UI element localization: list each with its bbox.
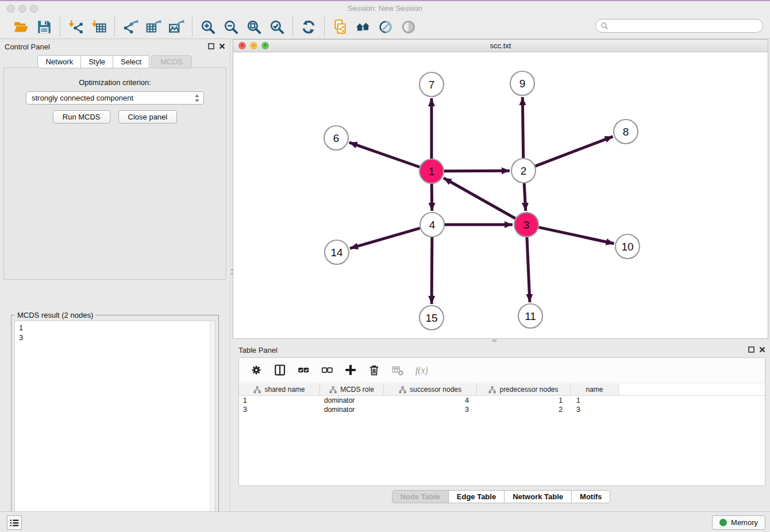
graph-edge-2-3[interactable] <box>524 183 526 211</box>
graph-edge-3-11[interactable] <box>527 237 530 302</box>
table-row[interactable]: 3dominator323 <box>239 405 765 414</box>
cell-predecessor-nodes[interactable]: 1 <box>477 396 571 405</box>
zoom-fit-icon[interactable] <box>245 18 263 36</box>
svg-text:3: 3 <box>523 219 530 231</box>
mcds-result-values: 1 3 <box>19 323 23 342</box>
graph-node-10[interactable]: 10 <box>615 234 640 259</box>
graph-edge-1-2[interactable] <box>444 171 510 171</box>
graph-node-11[interactable]: 11 <box>518 304 542 328</box>
graph-edge-4-15[interactable] <box>432 237 432 304</box>
graph-node-3[interactable]: 3 <box>514 213 538 237</box>
copy-network-icon[interactable] <box>332 18 349 36</box>
float-table-panel-icon[interactable] <box>748 346 754 353</box>
import-network-icon[interactable] <box>67 18 84 36</box>
cell-MCDS-role[interactable]: dominator <box>320 405 384 414</box>
svg-text:6: 6 <box>333 132 340 144</box>
tab-select[interactable]: Select <box>113 55 149 68</box>
zoom-in-icon[interactable] <box>199 18 217 36</box>
columns-icon[interactable] <box>273 363 288 378</box>
task-history-button[interactable] <box>7 515 22 530</box>
memory-label: Memory <box>731 518 758 527</box>
mcds-result-title: MCDS result (2 nodes) <box>15 311 95 319</box>
cell-predecessor-nodes[interactable]: 2 <box>477 405 571 414</box>
svg-text:15: 15 <box>425 312 437 324</box>
close-panel-icon[interactable] <box>219 43 225 49</box>
tab-network-table[interactable]: Network Table <box>504 490 572 503</box>
graph-node-6[interactable]: 6 <box>324 126 348 150</box>
search-input[interactable] <box>609 20 763 32</box>
cell-MCDS-role[interactable]: dominator <box>320 396 384 405</box>
save-icon[interactable] <box>36 18 53 36</box>
export-network-icon[interactable] <box>122 18 139 36</box>
run-mcds-button[interactable]: Run MCDS <box>53 110 110 124</box>
zoom-out-icon[interactable] <box>222 18 240 36</box>
status-bar: Memory <box>0 511 770 532</box>
float-panel-icon[interactable] <box>208 43 214 49</box>
hide-style-icon[interactable] <box>378 18 395 36</box>
refresh-icon[interactable] <box>300 18 317 36</box>
table-row[interactable]: 1dominator411 <box>239 396 765 405</box>
tree-icon <box>253 386 261 394</box>
eye-icon <box>401 18 418 36</box>
graph-edge-4-14[interactable] <box>350 228 420 248</box>
column-header-shared-name[interactable]: shared name <box>239 384 320 395</box>
result-scrollbar[interactable] <box>210 321 215 527</box>
zoom-selected-icon[interactable] <box>268 18 286 36</box>
graph-edge-3-10[interactable] <box>539 228 614 244</box>
graph-edge-1-6[interactable] <box>349 142 420 167</box>
memory-button[interactable]: Memory <box>712 515 765 530</box>
svg-text:1: 1 <box>429 165 435 178</box>
tab-edge-table[interactable]: Edge Table <box>448 490 505 503</box>
tab-node-table[interactable]: Node Table <box>392 490 449 503</box>
control-panel-tabs: Network Style Select MCDS <box>0 55 230 68</box>
graph-node-9[interactable]: 9 <box>510 71 534 95</box>
add-icon[interactable] <box>344 363 359 378</box>
cell-successor-nodes[interactable]: 3 <box>384 405 477 414</box>
column-header-MCDS-role[interactable]: MCDS role <box>320 384 384 395</box>
tab-mcds[interactable]: MCDS <box>151 55 191 68</box>
graph-edge-1-4[interactable] <box>432 184 432 211</box>
tree-icon <box>488 386 496 394</box>
graph-node-15[interactable]: 15 <box>419 306 444 330</box>
tab-motifs[interactable]: Motifs <box>571 490 610 503</box>
close-table-panel-icon[interactable] <box>759 346 765 353</box>
tab-network[interactable]: Network <box>37 55 81 68</box>
gear-icon[interactable] <box>249 363 264 378</box>
graph-node-14[interactable]: 14 <box>325 240 349 264</box>
graph-node-4[interactable]: 4 <box>420 213 444 237</box>
home-icon[interactable] <box>355 18 372 36</box>
import-table-icon[interactable] <box>90 18 107 36</box>
network-canvas[interactable]: 1234678910111415 <box>233 52 768 338</box>
network-view-title: scc.txt <box>233 40 768 52</box>
graph-node-2[interactable]: 2 <box>511 159 536 183</box>
open-icon[interactable] <box>13 18 30 36</box>
graph-node-1[interactable]: 1 <box>419 159 444 183</box>
export-table-icon[interactable] <box>145 18 162 36</box>
search-box[interactable] <box>595 19 763 33</box>
select-all-icon[interactable] <box>297 363 311 378</box>
graph-edge-2-9[interactable] <box>522 97 523 158</box>
tab-style[interactable]: Style <box>80 55 113 68</box>
graph-node-7[interactable]: 7 <box>419 72 444 97</box>
cell-name[interactable]: 3 <box>571 405 619 414</box>
network-view-window: × − + scc.txt 1234678910111415 <box>233 39 768 339</box>
trash-icon[interactable] <box>367 363 382 378</box>
graph-edge-2-8[interactable] <box>536 137 613 167</box>
cell-name[interactable]: 1 <box>571 396 619 405</box>
network-view-titlebar: × − + scc.txt <box>233 40 768 52</box>
export-image-icon[interactable] <box>168 18 185 36</box>
mcds-result-textarea[interactable]: 1 3 <box>14 321 215 528</box>
graph-edge-3-1[interactable] <box>444 178 515 218</box>
criterion-select[interactable]: strongly connected component <box>26 91 204 105</box>
svg-text:4: 4 <box>429 219 436 231</box>
table-panel: Table Panel f(x) shared nameMCDS rolesuc… <box>233 342 770 511</box>
column-header-successor-nodes[interactable]: successor nodes <box>384 384 477 395</box>
unselect-all-icon[interactable] <box>320 363 335 378</box>
cell-shared-name[interactable]: 3 <box>239 405 320 414</box>
column-header-predecessor-nodes[interactable]: predecessor nodes <box>477 384 571 395</box>
cell-shared-name[interactable]: 1 <box>239 396 320 405</box>
close-panel-button[interactable]: Close panel <box>118 110 178 124</box>
cell-successor-nodes[interactable]: 4 <box>384 396 477 405</box>
column-header-name[interactable]: name <box>571 384 619 395</box>
graph-node-8[interactable]: 8 <box>614 119 638 144</box>
